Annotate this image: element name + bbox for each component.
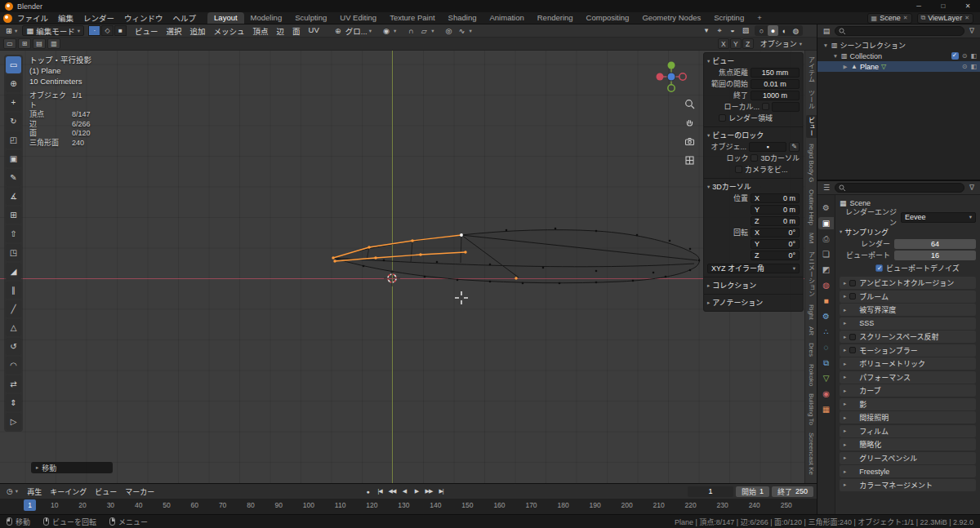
number-field[interactable]: 1000 m	[751, 91, 800, 100]
material-shading[interactable]: ◐	[779, 25, 790, 36]
tool-tab[interactable]: ⚙	[818, 202, 834, 214]
inset-faces-tool[interactable]: ◳	[6, 244, 21, 261]
workspace-tab[interactable]: Texture Paint	[383, 12, 441, 24]
workspace-tab[interactable]: Layout	[207, 12, 244, 24]
workspace-tab[interactable]: Rendering	[531, 12, 580, 24]
move-tool[interactable]: +	[6, 94, 21, 111]
section-enable-checkbox[interactable]	[849, 334, 856, 340]
transform-tool[interactable]: ▣	[6, 150, 21, 167]
sidebar-tab[interactable]: Right	[807, 303, 816, 322]
snap-target-icon[interactable]: ▱	[418, 27, 430, 35]
maximize-button[interactable]: □	[931, 0, 956, 12]
sidebar-tab[interactable]: アイテム	[806, 55, 817, 84]
mirror-axis-toggle[interactable]: X	[718, 38, 729, 49]
section-enable-checkbox[interactable]	[849, 293, 856, 299]
zoom-icon[interactable]	[684, 98, 696, 110]
exclude-checkbox[interactable]	[951, 52, 959, 60]
viewport-menu-item[interactable]: ビュー	[131, 25, 163, 37]
face-select-mode[interactable]: ■	[114, 25, 127, 36]
solid-shading[interactable]: ●	[768, 25, 778, 36]
sidebar-tab[interactable]: Rokoko	[807, 362, 816, 388]
sidebar-tab[interactable]: Rigid Body G	[807, 142, 816, 184]
view-layer-selector[interactable]: ⧉ ViewLayer ✕	[917, 13, 973, 24]
collapsed-property-section[interactable]: ▸ SSS	[840, 317, 976, 330]
add-cube-tool[interactable]: ⊞	[6, 206, 21, 224]
sidebar-tab[interactable]: アニメーション	[806, 250, 817, 299]
jump-to-end-button[interactable]: ▶|	[435, 486, 447, 497]
number-field[interactable]: 64	[894, 239, 976, 249]
collapsed-property-section[interactable]: ▸ スクリーンスペース反射	[840, 331, 976, 343]
world-tab[interactable]: ◍	[818, 279, 834, 291]
modifiers-tab[interactable]: ⚙	[818, 310, 834, 322]
engine-dropdown[interactable]: Eevee ▾	[901, 212, 976, 223]
collapsed-property-section[interactable]: ▸ ボリューメトリック	[840, 357, 976, 370]
view-layer-unlink-icon[interactable]: ✕	[964, 15, 969, 21]
navigation-gizmo[interactable]	[653, 58, 690, 95]
blender-menu-icon[interactable]	[3, 14, 12, 23]
annotate-tool[interactable]: ✎	[6, 169, 21, 186]
snap-option[interactable]: ▤	[33, 38, 46, 49]
timeline-menu-item[interactable]: キーイング	[46, 486, 91, 497]
section-enable-checkbox[interactable]	[849, 280, 856, 286]
outliner-row[interactable]: ▼ ▥ Collection ⊙ ◧	[817, 51, 980, 61]
edge-select-mode[interactable]: ◇	[101, 25, 114, 36]
eye-icon[interactable]: ⊙	[962, 63, 968, 70]
wireframe-shading[interactable]: ○	[756, 25, 767, 36]
play-button[interactable]: ▶	[411, 486, 422, 497]
knife-tool[interactable]: ╱	[6, 300, 21, 317]
collapsed-property-section[interactable]: ▸ モーションブラー	[840, 344, 976, 357]
lock-3d-cursor-checkbox[interactable]	[751, 154, 758, 162]
workspace-tab[interactable]: Compositing	[580, 12, 636, 24]
workspace-tab[interactable]: Sculpting	[288, 12, 333, 24]
viewport-menu-item[interactable]: 追加	[186, 25, 210, 37]
outliner-row[interactable]: ▶ ▲ Plane ▽ ⊙ ◧	[817, 61, 980, 72]
collapsed-property-section[interactable]: ▸ ブルーム	[840, 291, 976, 303]
collapsed-property-section[interactable]: ▸ Freestyle	[840, 465, 976, 477]
xray-toggle[interactable]: ▨	[740, 26, 751, 35]
sidebar-tab[interactable]: MM	[807, 231, 816, 245]
collapsed-property-section[interactable]: ▸ カラーマネージメント	[840, 479, 976, 491]
operator-panel[interactable]: ▸ 移動	[31, 462, 113, 473]
particles-tab[interactable]: ∴	[818, 326, 834, 338]
extrude-tool[interactable]: ⇧	[6, 225, 21, 242]
collapsed-property-section[interactable]: ▸ パフォーマンス	[840, 371, 976, 384]
menu-item[interactable]: ウィンドウ	[119, 12, 168, 24]
poly-build-tool[interactable]: △	[6, 319, 21, 336]
section-header[interactable]: ▾ 3Dカーソル	[707, 181, 800, 192]
prev-keyframe-button[interactable]: ◀◀	[386, 486, 398, 497]
next-keyframe-button[interactable]: ▶▶	[423, 486, 434, 497]
shrink-flatten-tool[interactable]: ⇕	[6, 394, 21, 411]
filter-icon[interactable]: ∇	[967, 27, 977, 35]
collapsed-section[interactable]: ▸アノテーション	[704, 295, 803, 311]
close-button[interactable]: ✕	[956, 0, 980, 12]
workspace-tab[interactable]: Animation	[483, 12, 530, 24]
edge-slide-tool[interactable]: ⇄	[6, 375, 21, 393]
timeline-menu-item[interactable]: マーカー	[121, 486, 158, 497]
scale-tool[interactable]: ◰	[6, 131, 21, 149]
collapsed-section[interactable]: ▸コレクション	[704, 277, 803, 295]
cursor-x-field[interactable]: X0 m	[751, 193, 800, 203]
camera-field[interactable]	[772, 102, 800, 112]
auto-key-toggle[interactable]: ●	[362, 486, 373, 497]
sidebar-tab[interactable]: Building To	[807, 392, 816, 427]
cursor-ry-field[interactable]: Y0°	[751, 239, 800, 249]
spin-tool[interactable]: ↺	[6, 338, 21, 355]
proportional-edit-icon[interactable]: ◎	[443, 27, 455, 35]
object-data-tab[interactable]: ▽	[818, 372, 834, 384]
timeline-editor-button[interactable]: ◷ ▾	[3, 486, 21, 497]
camera-view-icon[interactable]	[684, 135, 696, 148]
cursor-y-field[interactable]: Y0 m	[751, 205, 800, 215]
view-layer-tab[interactable]: ❏	[818, 248, 834, 260]
camera-disable-icon[interactable]: ◧	[970, 63, 977, 70]
render-region-checkbox[interactable]	[719, 114, 726, 122]
object-type-visibility-dropdown[interactable]: ▾	[701, 26, 712, 35]
sidebar-tab[interactable]: Outline Help	[807, 188, 816, 227]
pivot-dropdown[interactable]: ◉ ▾	[381, 27, 396, 35]
frame-start-field[interactable]: 開始1	[736, 486, 769, 497]
workspace-tab[interactable]: Geometry Nodes	[635, 12, 707, 24]
playhead[interactable]: 1	[24, 499, 36, 511]
rotation-order-dropdown[interactable]: XYZ オイラー角 ▾	[707, 264, 800, 273]
collapsed-property-section[interactable]: ▸ 簡略化	[840, 438, 976, 450]
measure-tool[interactable]: ∡	[6, 188, 21, 205]
select-box-tool[interactable]: ▭	[6, 56, 21, 73]
